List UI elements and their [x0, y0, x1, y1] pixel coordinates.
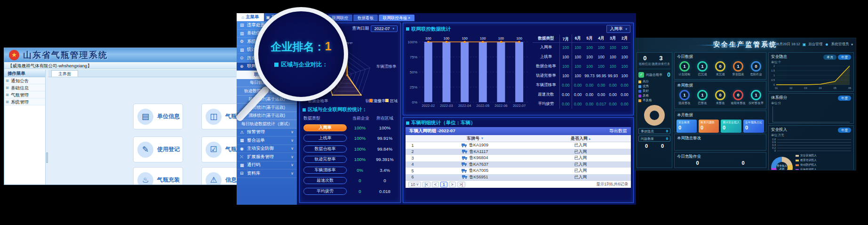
pager-button->|[interactable]: >|: [457, 182, 465, 187]
sort-caret-icon[interactable]: ▴: [589, 137, 591, 140]
metric-pill-车辆漂移率[interactable]: 车辆漂移率: [303, 167, 347, 174]
menu-label: 报警管理: [247, 129, 288, 135]
legend-item-企业: 企业: [369, 98, 382, 104]
sidebar-item-整合运单[interactable]: ▦整合运单∨: [237, 137, 297, 145]
truck-icon: [462, 150, 468, 153]
metric-pill-数据合格率[interactable]: 数据合格率: [303, 145, 347, 153]
pill-年度[interactable]: 年度: [838, 55, 851, 60]
table-row[interactable]: 1鲁KA1909已入网: [406, 142, 631, 149]
query-date-select[interactable]: 2022-07 ▾: [371, 25, 398, 32]
cards-row: 安全检查0检查问题数0累计安全投入0全年预算占比0: [675, 119, 766, 134]
sidebar-item-基础信息[interactable]: ⊞基础信息: [4, 84, 45, 91]
tab-main-menu[interactable]: ⌂ 主菜单: [237, 13, 264, 21]
monthly-row-label: 上线率: [533, 52, 560, 62]
table-row[interactable]: 2鲁KA1117已入网: [406, 149, 631, 155]
monthly-value: 100: [560, 52, 572, 62]
metric-pill-上线率[interactable]: 上线率: [303, 135, 347, 142]
magnifier-lens: 企业排名：1 区域与企业对比：: [254, 7, 348, 101]
gridline-rule: [777, 145, 851, 145]
sidebar-item-系统管理[interactable]: ⊞系统管理: [4, 98, 45, 105]
ring-circle: 0: [733, 90, 743, 100]
svg-text:25%: 25%: [410, 85, 417, 89]
pill-年度[interactable]: 年度: [838, 128, 851, 133]
tab-数据看板[interactable]: 数据看板: [353, 15, 378, 21]
user-name[interactable]: 系统管理员: [831, 42, 849, 47]
splitter-handle[interactable]: [46, 153, 48, 163]
danger-value: 0: [696, 160, 699, 166]
metric-pill-平均疲劳[interactable]: 平均疲劳: [303, 188, 347, 195]
tile-信息预警[interactable]: ⚠信息预警: [201, 167, 238, 185]
monthly-value: 0.00: [595, 92, 607, 97]
ring-label: 按时整改率: [748, 101, 764, 105]
chevron-down-icon: ∨: [291, 130, 294, 134]
monthly-value: 0.00: [584, 102, 596, 106]
sort-caret-icon[interactable]: ▾: [481, 137, 483, 140]
submenu-item-每日轨迹数据统计（测试）[interactable]: 每日轨迹数据统计（测试）: [237, 120, 297, 129]
menu-icon: ◉: [240, 146, 245, 151]
monthly-head: 数据类型7月6月5月4月3月2月: [533, 34, 630, 43]
pager-button-<[interactable]: <: [432, 182, 439, 187]
sidebar-item-通行码[interactable]: ▩通行码∨: [237, 161, 297, 170]
expand-plus-icon[interactable]: ⊞: [6, 91, 9, 98]
expand-plus-icon[interactable]: ⊞: [6, 84, 9, 91]
ring-安全隐患: 1安全隐患: [730, 61, 746, 77]
status-cell: 已入网: [530, 149, 631, 155]
tile-使用登记[interactable]: ✎使用登记: [133, 137, 183, 162]
tab-main-screen[interactable]: 主界面: [51, 70, 78, 77]
panel-title: 安全投入: [771, 127, 787, 133]
plate-cell: 鲁K56951: [420, 174, 530, 180]
tile-气瓶管理[interactable]: ◫气瓶管理: [201, 104, 238, 129]
cylinder-title-bar: ★ 山东省气瓶管理系统: [4, 48, 237, 62]
pill-本月[interactable]: 本月: [823, 55, 836, 60]
admin-link[interactable]: 后台管理: [808, 42, 822, 47]
monthly-row-车辆漂移率: 车辆漂移率0.000.000.000.000.000.00: [533, 80, 630, 90]
sidebar-item-气瓶管理[interactable]: ⊞气瓶管理: [4, 91, 45, 98]
sidebar-item-扩展服务管理[interactable]: ⤫扩展服务管理∨: [237, 153, 297, 161]
svg-text:2022-02: 2022-02: [422, 104, 435, 108]
metric-select[interactable]: 入网率 ▾: [606, 25, 630, 33]
legend-swatch: [638, 85, 641, 88]
panel-安全投入: 安全投入年度单位:万元0.80.60.40.20安全投入占比安全设施投入教育培训…: [768, 125, 854, 170]
plate-number: 鲁KA1117: [470, 149, 488, 155]
tile-单位信息[interactable]: ▤单位信息: [133, 104, 183, 129]
invest-donut-center: 安全投入占比: [776, 162, 788, 171]
metric-pill-轨迹完整率[interactable]: 轨迹完整率: [303, 156, 347, 163]
col-status[interactable]: 是否入网 ▴: [530, 136, 631, 142]
table-row[interactable]: 5鲁KA7005已入网: [406, 168, 631, 174]
monthly-value: 98.95: [595, 73, 607, 78]
sidebar-item-主动安全防御[interactable]: ◉主动安全防御∨: [237, 145, 297, 153]
card-全年预算占比[interactable]: 全年预算占比0: [743, 120, 764, 133]
card-安全检查[interactable]: 安全检查0: [677, 120, 697, 133]
sidebar-item-资料库[interactable]: ⊟资料库∨: [237, 169, 297, 178]
card-检查问题数[interactable]: 检查问题数0: [699, 120, 719, 133]
table-row[interactable]: 4鲁KA7637已入网: [406, 161, 631, 168]
page-size-select[interactable]: 10 ˅: [408, 182, 421, 187]
table-row[interactable]: 6鲁K56951已入网: [406, 174, 631, 181]
pager-button->[interactable]: >: [449, 182, 456, 187]
region-value: 99.391%: [373, 157, 397, 162]
expand-plus-icon[interactable]: ⊞: [6, 77, 9, 84]
safety-middle-column: 今日数据1计划巡检1已完成0未完成1安全隐患0危险作业本周数据1隐患整改1已整改…: [674, 52, 766, 168]
ring-circle: 1: [679, 61, 690, 72]
col-plate[interactable]: 车牌号▾: [420, 136, 530, 142]
metric-pill-入网率[interactable]: 入网率: [303, 124, 347, 131]
tile-气瓶报检[interactable]: ☑气瓶报检: [201, 137, 238, 162]
sidebar-item-通知公告[interactable]: ⊞通知公告: [4, 77, 45, 84]
table-row[interactable]: 3鲁K96804已入网: [406, 155, 631, 161]
sidebar-item-报警管理[interactable]: ⚠报警管理∨: [237, 129, 297, 137]
expand-plus-icon[interactable]: ⊞: [6, 98, 9, 105]
pill-年度[interactable]: 年度: [838, 96, 851, 101]
monthly-value: 100: [595, 55, 607, 59]
card-累计安全投入[interactable]: 累计安全投入0: [721, 120, 741, 133]
pager-button-|<[interactable]: |<: [422, 182, 430, 187]
dashboard-main: 联网联控数据看板联网联控考核 × 企业排名：1 查询日期 2022-07 ▾: [297, 13, 636, 205]
monthly-value: 0.00: [607, 102, 619, 106]
tab-联网联控考核[interactable]: 联网联控考核 ×: [379, 15, 414, 21]
home-icon: ⌂: [241, 15, 244, 20]
export-data-button[interactable]: 导出数据: [609, 128, 627, 134]
hazard-line-chart: 21.510.50010203040506: [769, 64, 852, 91]
tile-气瓶充装[interactable]: ♨气瓶充装: [133, 167, 183, 185]
pager-button-1[interactable]: 1: [440, 182, 447, 187]
chevron-down-icon[interactable]: ▾: [851, 42, 853, 47]
metric-pill-超速次数[interactable]: 超速次数: [303, 177, 347, 184]
